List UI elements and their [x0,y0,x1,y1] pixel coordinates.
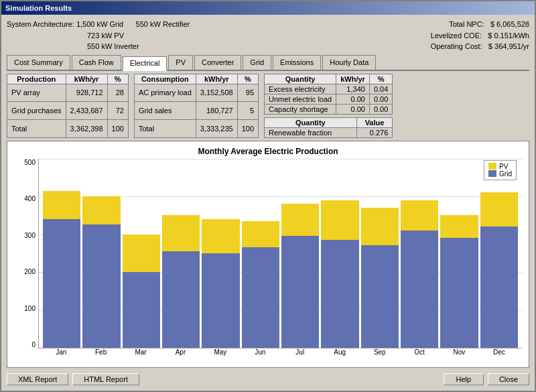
ren-header-0: Quantity [265,117,357,127]
system-info: System Architecture: 1,500 kW Grid 550 k… [7,19,529,52]
cons-header-1: kWh/yr [196,74,237,84]
right-tables: Quantity kWh/yr % Excess electricity1,34… [264,74,393,138]
y-tick-100: 100 [24,305,36,312]
bar-group [202,159,239,348]
table-row: PV array928,71228 [7,84,129,102]
levelized-coe-label: Levelized COE: [431,31,482,40]
bar-group [440,159,478,348]
levelized-coe-value: $ 0.151/kWh [488,31,529,40]
bar-group [82,159,120,348]
table-row: Grid purchases2,433,68772 [7,102,129,120]
bar-pv [440,215,478,238]
chart-area: Monthly Average Electric Production PV G… [7,141,529,369]
bar-group [480,159,518,348]
tables-row: Production kWh/yr % PV array928,71228Gri… [7,74,529,138]
x-axis-labels: JanFebMarAprMayJunJulAugSepOctNovDec [38,348,522,361]
html-report-button[interactable]: HTML Report [72,373,139,385]
tab-emissions[interactable]: Emissions [273,55,321,70]
arch-label: System Architecture: [7,20,74,28]
x-label: Jun [241,348,279,361]
tab-converter[interactable]: Converter [194,55,241,70]
table-row: Capacity shortage0.000.00 [265,104,393,114]
tab-pv[interactable]: PV [168,55,193,70]
bar-pv [401,200,438,231]
tab-cash-flow[interactable]: Cash Flow [72,55,121,70]
bar-group [162,159,200,348]
qty-header-2: % [369,74,392,84]
bar-group [43,159,80,348]
tab-bar: Cost Summary Cash Flow Electrical PV Con… [7,55,529,71]
operating-cost-value: $ 364,951/yr [488,42,529,50]
tab-cost-summary[interactable]: Cost Summary [7,55,70,70]
y-tick-300: 300 [24,232,36,239]
x-label: Sep [360,348,398,361]
arch-line2: 723 kW PV [87,31,124,40]
bar-grid [162,251,200,348]
main-window: Simulation Results System Architecture: … [0,0,536,392]
y-tick-0: 0 [31,341,36,348]
bar-pv [281,204,319,236]
table-row: Grid sales180,7275 [134,102,258,120]
bar-grid [440,238,478,348]
x-label: Aug [321,348,358,361]
x-label: Nov [440,348,478,361]
bars-container [38,159,522,349]
quantity-table: Quantity kWh/yr % Excess electricity1,34… [264,74,393,115]
bar-grid [281,236,319,348]
bar-pv [162,215,200,251]
bar-group [123,159,160,348]
bar-grid [202,253,239,348]
x-label: Oct [401,348,438,361]
bar-pv [82,196,120,224]
table-row: Renewable fraction0.276 [265,127,393,137]
bar-pv [480,192,518,226]
qty-header-0: Quantity [265,74,336,84]
table-row: Total3,362,398100 [7,119,129,137]
close-button[interactable]: Close [488,373,529,385]
bottom-buttons: XML Report HTML Report Help Close [7,371,529,387]
x-label: Mar [122,348,159,361]
arch-line1b: 550 kW Rectifier [136,20,190,28]
bar-pv [202,219,239,253]
consumption-table: Consumption kWh/yr % AC primary load3,15… [134,74,259,138]
tab-hourly-data[interactable]: Hourly Data [322,55,376,70]
y-tick-500: 500 [24,159,36,166]
production-table: Production kWh/yr % PV array928,71228Gri… [7,74,129,138]
xml-report-button[interactable]: XML Report [7,373,68,385]
arch-line1: 1,500 kW Grid [76,20,123,28]
bar-pv [123,235,160,273]
prod-header-2: % [107,74,128,84]
bar-grid [361,245,399,348]
qty-header-1: kWh/yr [336,74,370,84]
tab-electrical[interactable]: Electrical [123,56,168,71]
bar-pv [321,200,358,240]
bar-grid [401,231,438,348]
bar-grid [82,224,120,348]
window-title: Simulation Results [5,4,72,12]
help-button[interactable]: Help [444,373,484,385]
operating-cost-label: Operating Cost: [431,42,482,50]
bar-group [401,159,438,348]
bar-group [321,159,358,348]
tab-grid[interactable]: Grid [243,55,271,70]
x-label: Jul [281,348,319,361]
cons-header-2: % [237,74,258,84]
bar-grid [123,272,160,348]
x-label: Apr [161,348,199,361]
prod-header-1: kWh/yr [66,74,107,84]
chart-title: Monthly Average Electric Production [14,147,522,156]
y-tick-200: 200 [24,268,36,275]
x-label: Jan [42,348,80,361]
bar-group [361,159,399,348]
ren-header-1: Value [356,117,393,127]
table-row: AC primary load3,152,50895 [134,84,258,102]
total-npc-value: $ 6,065,528 [490,20,529,28]
table-row: Total3,333,235100 [134,119,258,137]
title-bar: Simulation Results [1,1,535,15]
bar-grid [43,219,80,348]
bar-group [281,159,319,348]
x-label: Dec [480,348,518,361]
table-row: Excess electricity1,3400.04 [265,84,393,94]
x-label: Feb [82,348,119,361]
prod-header-0: Production [7,74,66,84]
